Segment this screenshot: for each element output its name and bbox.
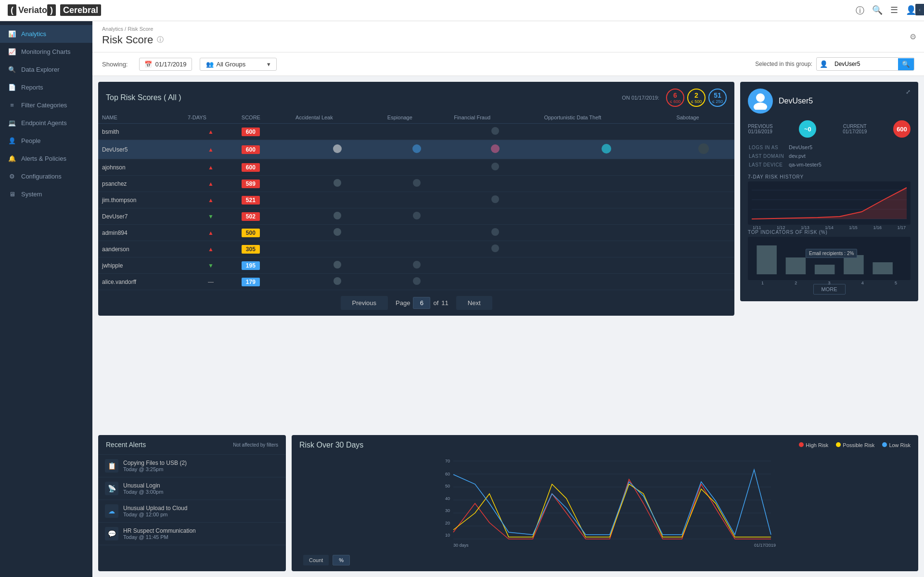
alert-content: Unusual Login Today @ 3:00pm xyxy=(123,482,163,495)
group-select[interactable]: 👥 All Groups ▾ xyxy=(200,58,277,71)
sidebar-item-alerts-policies[interactable]: 🔔 Alerts & Policies xyxy=(0,150,92,167)
sidebar-item-monitoring-charts[interactable]: 📈 Monitoring Charts xyxy=(0,43,92,61)
more-button[interactable]: MORE xyxy=(813,284,846,295)
table-row[interactable]: alice.vandorff — 179 xyxy=(98,274,734,290)
svg-rect-8 xyxy=(786,257,806,274)
cell-score: 305 xyxy=(238,241,292,257)
last-device-label: LAST DEVICE xyxy=(749,161,788,168)
svg-text:60: 60 xyxy=(445,472,450,476)
cell-trend: — xyxy=(184,274,238,290)
selected-user-input[interactable]: 👤 🔍 xyxy=(816,57,914,71)
cell-name: jwhipple xyxy=(98,257,184,274)
card-header: Top Risk Scores ( All ) ON 01/17/2019: 6… xyxy=(98,82,734,112)
cell-trend: ▲ xyxy=(184,124,238,140)
login-icon: 📡 xyxy=(105,482,118,495)
expand-icon[interactable]: ⤢ xyxy=(906,89,911,95)
badge-gold: 2 ≤ 500 xyxy=(687,89,706,107)
sidebar-item-reports[interactable]: 📄 Reports xyxy=(0,78,92,96)
cell-fraud xyxy=(450,257,540,274)
col-fraud: Financial Fraud xyxy=(450,112,540,124)
cell-opportunistic xyxy=(540,225,672,241)
search-icon[interactable]: 🔍 xyxy=(872,5,883,16)
cell-accidental xyxy=(292,124,384,140)
date-filter[interactable]: 📅 01/17/2019 xyxy=(139,58,192,71)
list-item[interactable]: 💬 HR Suspect Communication Today @ 11:45… xyxy=(98,523,286,545)
user-meta-table: LOGS IN AS DevUser5 LAST DOMAIN dev.pvt … xyxy=(748,142,826,169)
sidebar-item-analytics[interactable]: 📊 Analytics xyxy=(0,25,92,43)
bottom-row: Recent Alerts Not affected by filters 📋 … xyxy=(92,435,924,577)
copy-icon: 📋 xyxy=(105,459,118,473)
alert-content: HR Suspect Communication Today @ 11:45 P… xyxy=(123,527,196,540)
sidebar-collapse-btn[interactable]: ‹ xyxy=(915,4,924,15)
table-row[interactable]: DevUser5 ▲ 600 xyxy=(98,140,734,159)
list-item[interactable]: ☁ Unusual Upload to Cloud Today @ 12:00 … xyxy=(98,500,286,523)
info-icon[interactable]: ⓘ xyxy=(157,36,164,44)
percent-button[interactable]: % xyxy=(333,555,350,565)
alerts-list: 📋 Copying Files to USB (2) Today @ 3:25p… xyxy=(98,455,286,545)
table-row[interactable]: bsmith ▲ 600 xyxy=(98,124,734,140)
alert-text: Unusual Upload to Cloud xyxy=(123,505,187,512)
logo-bracket: ( xyxy=(8,4,16,16)
possible-risk-dot xyxy=(836,442,841,447)
table-row[interactable]: ajohnson ▲ 600 xyxy=(98,159,734,176)
sidebar-item-label: System xyxy=(21,191,42,198)
last-domain-value: dev.pvt xyxy=(789,152,825,160)
user-icon[interactable]: 👤 xyxy=(906,5,916,16)
col-accidental: Accidental Leak xyxy=(292,112,384,124)
user-search-button[interactable]: 🔍 xyxy=(898,58,914,70)
table-row[interactable]: psanchez ▲ 589 xyxy=(98,176,734,192)
previous-button[interactable]: Previous xyxy=(341,296,388,310)
table-row[interactable]: admin894 ▲ 500 xyxy=(98,225,734,241)
settings-button[interactable]: ⚙ xyxy=(910,32,916,41)
sidebar-item-filter-categories[interactable]: ≡ Filter Categories xyxy=(0,96,92,114)
cell-accidental xyxy=(292,176,384,192)
page-title: Risk Score ⓘ xyxy=(102,34,914,46)
help-icon[interactable]: ⓘ xyxy=(856,5,864,16)
col-score: SCORE xyxy=(238,112,292,124)
table-wrapper: NAME 7-DAYS SCORE Accidental Leak Espion… xyxy=(98,112,734,290)
risk-table: NAME 7-DAYS SCORE Accidental Leak Espion… xyxy=(98,112,734,290)
table-row[interactable]: jwhipple ▼ 195 xyxy=(98,257,734,274)
alerts-title: Recent Alerts xyxy=(106,441,146,449)
col-7days: 7-DAYS xyxy=(184,112,238,124)
next-button[interactable]: Next xyxy=(456,296,492,310)
cell-score: 195 xyxy=(238,257,292,274)
rot-controls: Count % xyxy=(295,553,914,567)
col-sabotage: Sabotage xyxy=(672,112,734,124)
list-item[interactable]: 📡 Unusual Login Today @ 3:00pm xyxy=(98,477,286,500)
sidebar-item-people[interactable]: 👤 People xyxy=(0,132,92,150)
cell-accidental xyxy=(292,257,384,274)
page-info: Page of 11 xyxy=(396,297,449,309)
col-name: NAME xyxy=(98,112,184,124)
badge-red-count: 6 xyxy=(673,91,677,99)
alert-content: Unusual Upload to Cloud Today @ 12:00 pm xyxy=(123,505,187,517)
recent-alerts-card: Recent Alerts Not affected by filters 📋 … xyxy=(98,435,286,571)
cell-accidental xyxy=(292,241,384,257)
cell-name: psanchez xyxy=(98,176,184,192)
list-item[interactable]: 📋 Copying Files to USB (2) Today @ 3:25p… xyxy=(98,455,286,477)
cell-trend: ▲ xyxy=(184,159,238,176)
cell-opportunistic xyxy=(540,140,672,159)
alerts-icon: 🔔 xyxy=(8,155,16,162)
cell-score: 500 xyxy=(238,225,292,241)
page-number-input[interactable] xyxy=(413,297,430,309)
menu-icon[interactable]: ☰ xyxy=(890,5,898,16)
sidebar-item-system[interactable]: 🖥 System xyxy=(0,185,92,203)
sidebar-item-data-explorer[interactable]: 🔍 Data Explorer xyxy=(0,61,92,78)
sidebar-item-endpoint-agents[interactable]: 💻 Endpoint Agents xyxy=(0,114,92,132)
table-row[interactable]: jim.thompson ▲ 521 xyxy=(98,192,734,208)
endpoint-icon: 💻 xyxy=(8,119,16,127)
cell-sabotage xyxy=(672,192,734,208)
sidebar-item-configurations[interactable]: ⚙ Configurations xyxy=(0,167,92,185)
cell-fraud xyxy=(450,124,540,140)
selected-user-field[interactable] xyxy=(831,58,898,70)
table-row[interactable]: aanderson ▲ 305 xyxy=(98,241,734,257)
user-avatar xyxy=(748,89,773,114)
cell-fraud xyxy=(450,241,540,257)
cloud-icon: ☁ xyxy=(105,504,118,518)
svg-text:01/17/2019: 01/17/2019 xyxy=(754,543,776,548)
cell-espionage xyxy=(384,241,450,257)
table-row[interactable]: DevUser7 ▼ 502 xyxy=(98,208,734,225)
count-button[interactable]: Count xyxy=(303,555,329,565)
cell-trend: ▲ xyxy=(184,225,238,241)
